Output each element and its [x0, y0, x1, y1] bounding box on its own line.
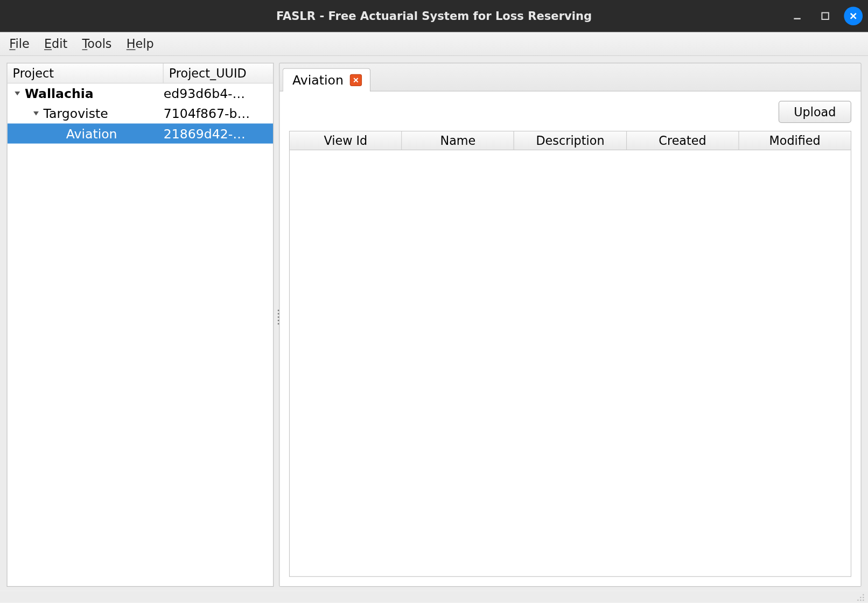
splitter-handle[interactable]	[276, 304, 280, 331]
svg-point-10	[863, 597, 864, 598]
tree-row-targoviste[interactable]: Targoviste 7104f867-b…	[8, 103, 274, 123]
svg-rect-1	[822, 13, 828, 19]
svg-point-11	[857, 600, 858, 601]
tab-aviation[interactable]: Aviation	[283, 68, 371, 91]
svg-marker-4	[15, 92, 20, 95]
window-controls	[788, 0, 863, 32]
chevron-down-icon[interactable]	[31, 109, 40, 118]
content-pane: Aviation Upload View Id Name Description…	[279, 63, 861, 587]
close-button[interactable]	[844, 6, 863, 25]
menu-file[interactable]: File	[9, 37, 29, 51]
menubar: File Edit Tools Help	[0, 32, 868, 57]
tree-header-uuid[interactable]: Project_UUID	[164, 64, 273, 83]
tree-header-project[interactable]: Project	[8, 64, 164, 83]
col-created[interactable]: Created	[627, 131, 739, 149]
tab-strip: Aviation	[280, 64, 861, 92]
menu-edit[interactable]: Edit	[44, 37, 67, 51]
col-viewid[interactable]: View Id	[290, 131, 402, 149]
tree-header: Project Project_UUID	[8, 64, 274, 83]
tree-row-wallachia[interactable]: Wallachia ed93d6b4-…	[8, 83, 274, 103]
tree-row-aviation[interactable]: Aviation 21869d42-…	[8, 123, 274, 143]
svg-point-8	[863, 594, 864, 595]
col-name[interactable]: Name	[402, 131, 515, 149]
close-icon[interactable]	[350, 74, 362, 86]
tree-label: Targoviste	[44, 106, 108, 121]
tab-label: Aviation	[292, 73, 344, 87]
tree-label: Aviation	[66, 126, 117, 141]
minimize-button[interactable]	[788, 6, 807, 25]
tree-label: Wallachia	[25, 86, 94, 101]
project-tree[interactable]: Project Project_UUID Wallachia ed93d6b4-…	[6, 63, 274, 587]
tab-page: Upload View Id Name Description Created …	[280, 92, 861, 586]
tree-uuid: ed93d6b4-…	[164, 86, 273, 101]
titlebar: FASLR - Free Actuarial System for Loss R…	[0, 0, 868, 32]
svg-point-9	[860, 597, 861, 598]
svg-marker-5	[33, 111, 39, 115]
svg-point-13	[863, 600, 864, 601]
chevron-down-icon[interactable]	[13, 89, 22, 98]
window-title: FASLR - Free Actuarial System for Loss R…	[276, 9, 592, 23]
table-header: View Id Name Description Created Modifie…	[290, 131, 851, 150]
views-table[interactable]: View Id Name Description Created Modifie…	[289, 131, 851, 577]
col-modified[interactable]: Modified	[739, 131, 850, 149]
statusbar	[0, 591, 868, 602]
toolbar: Upload	[289, 101, 851, 123]
tree-body: Wallachia ed93d6b4-… Targoviste 7104f867…	[8, 83, 274, 586]
table-body	[290, 150, 851, 576]
maximize-button[interactable]	[816, 6, 835, 25]
svg-point-12	[860, 600, 861, 601]
upload-button[interactable]: Upload	[779, 101, 851, 123]
menu-help[interactable]: Help	[127, 37, 154, 51]
col-description[interactable]: Description	[514, 131, 627, 149]
resize-grip-icon[interactable]	[855, 592, 865, 602]
tree-uuid: 7104f867-b…	[164, 106, 273, 121]
main-area: Project Project_UUID Wallachia ed93d6b4-…	[0, 56, 868, 591]
tree-uuid: 21869d42-…	[164, 126, 273, 141]
menu-tools[interactable]: Tools	[82, 37, 112, 51]
